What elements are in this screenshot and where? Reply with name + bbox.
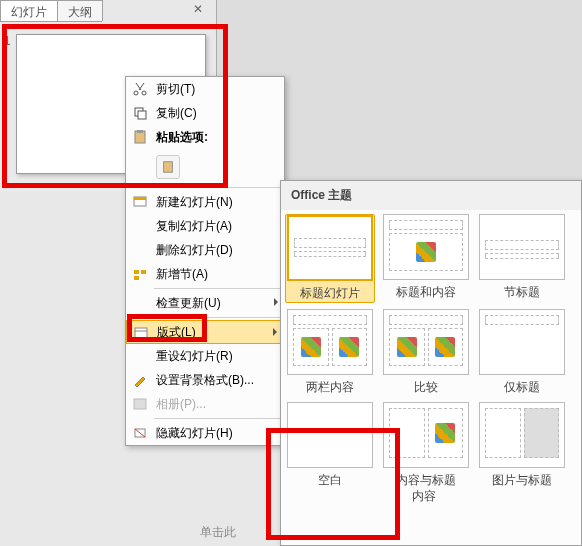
menu-layout-label: 版式(L) bbox=[157, 324, 196, 341]
layout-blank[interactable]: 空白 bbox=[285, 402, 375, 489]
panel-tabs: 幻灯片 大纲 bbox=[0, 0, 102, 22]
layout-panel-header: Office 主题 bbox=[281, 181, 581, 210]
editor-hint-text: 单击此 bbox=[200, 524, 236, 541]
section-icon bbox=[132, 266, 148, 282]
menu-new-section[interactable]: 新增节(A) bbox=[126, 262, 284, 286]
chevron-right-icon bbox=[274, 298, 278, 306]
svg-point-0 bbox=[134, 91, 138, 95]
layout-content-caption[interactable]: 内容与标题 bbox=[381, 402, 471, 489]
menu-album-label: 相册(P)... bbox=[156, 396, 206, 413]
svg-rect-10 bbox=[141, 270, 146, 274]
menu-new-slide[interactable]: 新建幻灯片(N) bbox=[126, 190, 284, 214]
separator bbox=[154, 288, 280, 289]
layout-label: 内容与标题 bbox=[396, 472, 456, 489]
new-slide-icon bbox=[132, 194, 148, 210]
svg-rect-14 bbox=[134, 399, 146, 409]
layout-label: 仅标题 bbox=[504, 379, 540, 396]
menu-paste-label: 粘贴选项: bbox=[156, 129, 208, 146]
tab-outline[interactable]: 大纲 bbox=[57, 0, 103, 21]
layout-label: 图片与标题 bbox=[492, 472, 552, 489]
menu-hide-label: 隐藏幻灯片(H) bbox=[156, 425, 233, 442]
separator bbox=[154, 187, 280, 188]
layout-icon bbox=[133, 325, 149, 341]
layout-two-content[interactable]: 两栏内容 bbox=[285, 309, 375, 396]
menu-cut-label: 剪切(T) bbox=[156, 81, 195, 98]
chevron-right-icon bbox=[273, 328, 277, 336]
layout-section-header[interactable]: 节标题 bbox=[477, 214, 567, 303]
svg-point-1 bbox=[142, 91, 146, 95]
svg-rect-5 bbox=[137, 130, 143, 133]
layout-grid: 标题幻灯片 标题和内容 节标题 两栏内容 比较 仅标题 空白 内容与标题 bbox=[281, 210, 581, 493]
layout-picture-caption[interactable]: 图片与标题 bbox=[477, 402, 567, 489]
menu-duplicate-label: 复制幻灯片(A) bbox=[156, 218, 232, 235]
slide-number: 1 bbox=[4, 34, 11, 48]
menu-paste-options: 粘贴选项: bbox=[126, 125, 284, 149]
menu-album: 相册(P)... bbox=[126, 392, 284, 416]
format-icon bbox=[132, 372, 148, 388]
cut-icon bbox=[132, 81, 148, 97]
menu-new-slide-label: 新建幻灯片(N) bbox=[156, 194, 233, 211]
paste-option-button[interactable] bbox=[156, 155, 180, 179]
clipboard-icon bbox=[161, 160, 175, 174]
menu-bg-format[interactable]: 设置背景格式(B)... bbox=[126, 368, 284, 392]
paste-option-row bbox=[126, 149, 284, 185]
hide-icon bbox=[132, 425, 148, 441]
menu-bg-label: 设置背景格式(B)... bbox=[156, 372, 254, 389]
context-menu: 剪切(T) 复制(C) 粘贴选项: 新建幻灯片(N) 复制幻灯片(A) 删除幻灯… bbox=[125, 76, 285, 446]
layout-title-slide[interactable]: 标题幻灯片 bbox=[285, 214, 375, 303]
menu-layout[interactable]: 版式(L) bbox=[126, 320, 284, 344]
partial-label: 内容 bbox=[412, 488, 436, 505]
menu-delete-slide[interactable]: 删除幻灯片(D) bbox=[126, 238, 284, 262]
layout-label: 两栏内容 bbox=[306, 379, 354, 396]
svg-rect-6 bbox=[164, 162, 173, 173]
menu-hide-slide[interactable]: 隐藏幻灯片(H) bbox=[126, 421, 284, 445]
album-icon bbox=[132, 396, 148, 412]
tab-slides[interactable]: 幻灯片 bbox=[0, 0, 58, 21]
menu-duplicate-slide[interactable]: 复制幻灯片(A) bbox=[126, 214, 284, 238]
copy-icon bbox=[132, 105, 148, 121]
menu-reset-slide[interactable]: 重设幻灯片(R) bbox=[126, 344, 284, 368]
layout-comparison[interactable]: 比较 bbox=[381, 309, 471, 396]
menu-delete-label: 删除幻灯片(D) bbox=[156, 242, 233, 259]
layout-label: 标题幻灯片 bbox=[300, 285, 360, 302]
layout-label: 空白 bbox=[318, 472, 342, 489]
svg-rect-8 bbox=[134, 197, 146, 200]
menu-check-update[interactable]: 检查更新(U) bbox=[126, 291, 284, 315]
menu-reset-label: 重设幻灯片(R) bbox=[156, 348, 233, 365]
layout-label: 标题和内容 bbox=[396, 284, 456, 301]
svg-rect-12 bbox=[135, 328, 147, 338]
menu-copy-label: 复制(C) bbox=[156, 105, 197, 122]
layout-label: 比较 bbox=[414, 379, 438, 396]
menu-section-label: 新增节(A) bbox=[156, 266, 208, 283]
svg-rect-9 bbox=[134, 270, 139, 274]
menu-update-label: 检查更新(U) bbox=[156, 295, 221, 312]
layout-title-content[interactable]: 标题和内容 bbox=[381, 214, 471, 303]
separator bbox=[154, 317, 280, 318]
menu-copy[interactable]: 复制(C) bbox=[126, 101, 284, 125]
svg-rect-3 bbox=[138, 111, 146, 119]
close-icon[interactable]: ✕ bbox=[190, 2, 206, 18]
paste-icon bbox=[132, 129, 148, 145]
separator bbox=[154, 418, 280, 419]
svg-rect-11 bbox=[134, 276, 139, 280]
menu-cut[interactable]: 剪切(T) bbox=[126, 77, 284, 101]
layout-title-only[interactable]: 仅标题 bbox=[477, 309, 567, 396]
layout-label: 节标题 bbox=[504, 284, 540, 301]
